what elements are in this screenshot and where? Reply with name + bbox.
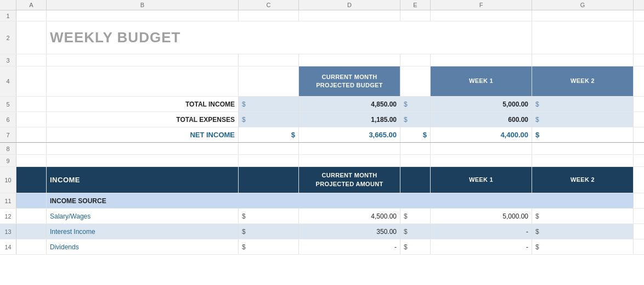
cell-3-e <box>400 54 431 66</box>
row-10: 10 INCOME CURRENT MONTH PROJECTED AMOUNT… <box>0 167 644 193</box>
cell-11-a <box>16 193 47 208</box>
income-row-14-f: - <box>431 239 532 254</box>
cell-8-d <box>299 143 400 154</box>
cell-9-g <box>532 155 634 166</box>
rownum-7: 7 <box>0 127 16 142</box>
cell-10-c <box>239 167 299 193</box>
income-col-g-header: WEEK 2 <box>532 167 634 193</box>
cell-2-a <box>16 21 47 54</box>
rownum-5: 5 <box>0 97 16 111</box>
cell-7-c: $ <box>239 127 299 142</box>
cell-4-c <box>239 66 299 96</box>
income-section-header: INCOME <box>47 167 239 193</box>
rownum-4: 4 <box>0 66 16 96</box>
cell-5-a <box>16 97 47 111</box>
total-expenses-f: 600.00 <box>431 112 532 127</box>
total-income-d: 4,850.00 <box>299 97 400 111</box>
cell-13-g-dollar: $ <box>532 224 634 239</box>
cell-10-a <box>16 167 47 193</box>
row-13: 13 Interest Income $ 350.00 $ - $ <box>0 224 644 239</box>
spreadsheet: A B C D E F G 1 2 WEEKLY BUDGET <box>0 0 644 285</box>
cell-9-a <box>16 155 47 166</box>
rownum-1: 1 <box>0 10 16 21</box>
col-header-e: E <box>400 0 431 10</box>
cell-2-e <box>431 21 532 54</box>
row-11: 11 INCOME SOURCE <box>0 193 644 209</box>
cell-5-g-dollar: $ <box>532 97 634 111</box>
col-header-b: B <box>47 0 239 10</box>
summary-col-d-header: CURRENT MONTH PROJECTED BUDGET <box>299 66 400 96</box>
grid: 1 2 WEEKLY BUDGET 3 <box>0 10 644 255</box>
cell-7-g-dollar: $ <box>532 127 634 142</box>
income-col-d-header: CURRENT MONTH PROJECTED AMOUNT <box>299 167 400 193</box>
cell-4-a <box>16 66 47 96</box>
cell-9-c <box>239 155 299 166</box>
cell-4-b <box>47 66 239 96</box>
cell-8-a <box>16 143 47 154</box>
rownum-11: 11 <box>0 193 16 208</box>
cell-8-g <box>532 143 634 154</box>
rownum-9: 9 <box>0 155 16 166</box>
cell-12-g-dollar: $ <box>532 209 634 223</box>
rownum-6: 6 <box>0 112 16 127</box>
cell-14-g-dollar: $ <box>532 239 634 254</box>
cell-8-e <box>400 143 431 154</box>
row-5: 5 TOTAL INCOME $ 4,850.00 $ 5,000.00 $ <box>0 97 644 112</box>
cell-3-f <box>431 54 532 66</box>
summary-col-g-header: WEEK 2 <box>532 66 634 96</box>
cell-1-e <box>400 10 431 21</box>
rownum-3: 3 <box>0 54 16 66</box>
cell-14-e: $ <box>400 239 431 254</box>
income-row-14-d: - <box>299 239 400 254</box>
cell-7-a <box>16 127 47 142</box>
rownum-13: 13 <box>0 224 16 239</box>
column-headers: A B C D E F G <box>0 0 644 10</box>
cell-8-c <box>239 143 299 154</box>
cell-1-g <box>532 10 634 21</box>
cell-8-b <box>47 143 239 154</box>
income-row-13-d: 350.00 <box>299 224 400 239</box>
rownum-14: 14 <box>0 239 16 254</box>
cell-1-c <box>239 10 299 21</box>
income-row-14-label: Dividends <box>47 239 239 254</box>
cell-10-e <box>400 167 431 193</box>
row-12: 12 Salary/Wages $ 4,500.00 $ 5,000.00 $ <box>0 209 644 224</box>
col-header-rownum <box>0 0 16 10</box>
row-9: 9 <box>0 155 644 167</box>
summary-col-f-header: WEEK 1 <box>431 66 532 96</box>
cell-9-e <box>400 155 431 166</box>
income-row-12-f: 5,000.00 <box>431 209 532 223</box>
total-expenses-label: TOTAL EXPENSES <box>47 112 239 127</box>
net-income-d: 3,665.00 <box>299 127 400 142</box>
rownum-10: 10 <box>0 167 16 193</box>
total-income-f: 5,000.00 <box>431 97 532 111</box>
income-row-13-f: - <box>431 224 532 239</box>
col-header-f: F <box>431 0 532 10</box>
cell-9-f <box>431 155 532 166</box>
col-header-c: C <box>239 0 299 10</box>
cell-14-a <box>16 239 47 254</box>
weekly-budget-title: WEEKLY BUDGET <box>47 21 431 54</box>
cell-6-g-dollar: $ <box>532 112 634 127</box>
col-header-a: A <box>16 0 47 10</box>
cell-3-b <box>47 54 239 66</box>
cell-3-g <box>532 54 634 66</box>
cell-14-c: $ <box>239 239 299 254</box>
total-expenses-d: 1,185.00 <box>299 112 400 127</box>
cell-3-d <box>299 54 400 66</box>
cell-1-f <box>431 10 532 21</box>
cell-13-e: $ <box>400 224 431 239</box>
net-income-f: 4,400.00 <box>431 127 532 142</box>
cell-3-c <box>239 54 299 66</box>
row-3: 3 <box>0 54 644 66</box>
rownum-8: 8 <box>0 143 16 154</box>
row-8: 8 <box>0 143 644 155</box>
income-row-13-label: Interest Income <box>47 224 239 239</box>
cell-1-a <box>16 10 47 21</box>
col-header-d: D <box>299 0 400 10</box>
income-col-f-header: WEEK 1 <box>431 167 532 193</box>
cell-6-a <box>16 112 47 127</box>
cell-9-b <box>47 155 239 166</box>
rownum-12: 12 <box>0 209 16 223</box>
cell-5-c: $ <box>239 97 299 111</box>
